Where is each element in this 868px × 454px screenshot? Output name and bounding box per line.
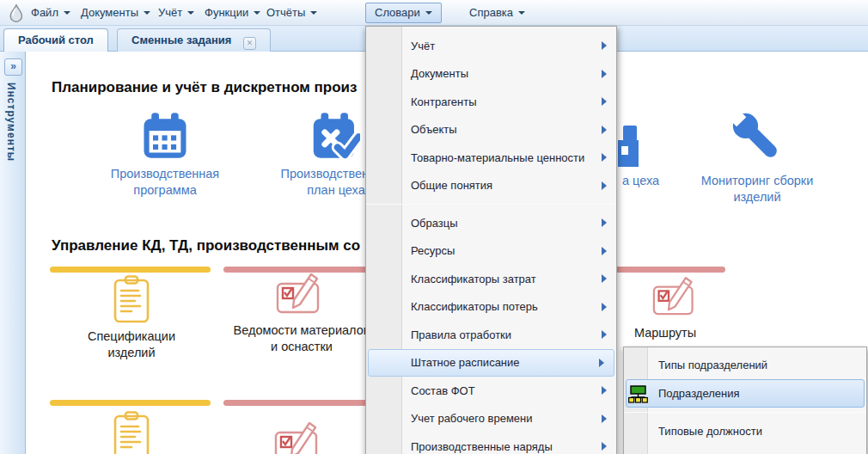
menu-item[interactable]: Ресурсы [366, 237, 616, 266]
tools-sidebar: » Инструменты [0, 52, 26, 454]
menu-item[interactable]: Учёт [366, 32, 616, 60]
submenu-arrow-icon [602, 247, 607, 255]
yellow-divider-bar [50, 267, 211, 273]
menu-item[interactable]: Подразделения [626, 379, 865, 408]
menu-item[interactable]: Классификаторы затрат [366, 265, 616, 293]
menu-item[interactable]: Правила отработки [366, 321, 616, 349]
shortcut-assembly-monitoring[interactable]: Мониторинг сборки изделий [680, 106, 834, 206]
submenu-arrow-icon [602, 153, 607, 162]
pink-divider-bar [223, 400, 388, 406]
close-icon[interactable]: ✕ [243, 37, 256, 50]
tab-label: Сменные задания [131, 34, 231, 46]
clipboard-icon[interactable] [113, 411, 151, 454]
chevron-down-icon [310, 11, 317, 15]
menu-item-label: Учет рабочего времени [411, 412, 533, 425]
section-title-management: Управление КД, ТД, производственным со [52, 237, 360, 255]
menu-separator [366, 204, 616, 205]
partial-icon[interactable] [618, 126, 639, 167]
menu-help[interactable]: Справка [462, 3, 532, 23]
menu-item[interactable]: Производственные наряды [366, 433, 616, 454]
menu-item[interactable]: Типовые должности [624, 417, 866, 445]
section-title-planning: Планирование и учёт в дискретном произ [52, 79, 358, 96]
submenu-arrow-icon [602, 442, 607, 451]
menu-item[interactable]: Документы [366, 60, 616, 89]
submenu-arrow-icon [602, 70, 607, 78]
collapse-sidebar-button[interactable]: » [4, 58, 22, 76]
shortcut-product-specifications[interactable]: Спецификации изделий [63, 275, 200, 361]
shortcut-label: Мониторинг сборки изделий [680, 173, 834, 206]
org-chart-icon [628, 385, 648, 403]
chevron-down-icon [144, 11, 150, 15]
menu-item-label: Производственные наряды [411, 440, 553, 453]
menu-item[interactable]: Должности [624, 445, 866, 454]
wrench-icon [726, 106, 788, 169]
shortcut-label: Ведомости материалов и оснастки [232, 322, 371, 355]
menu-reports[interactable]: Отчёты [260, 3, 324, 23]
submenu-arrow-icon [602, 97, 607, 106]
menu-item-label: Контрагенты [411, 95, 477, 108]
menu-item-label: Подразделения [658, 387, 740, 400]
menu-documents[interactable]: Документы [74, 3, 157, 23]
menu-file[interactable]: Файл [24, 3, 77, 23]
menu-item-label: Типовые должности [658, 425, 762, 438]
menu-item-label: Образцы [411, 217, 458, 230]
menu-item[interactable]: Образцы [366, 209, 616, 237]
chevron-down-icon [64, 11, 70, 15]
yellow-divider-bar [50, 400, 211, 406]
submenu-arrow-icon [602, 274, 607, 283]
menu-item-label: Состав ФОТ [411, 384, 475, 397]
menu-item[interactable]: Учет рабочего времени [366, 405, 616, 433]
submenu-arrow-icon [599, 359, 604, 367]
submenu-arrow-icon [602, 303, 607, 311]
menu-item-label: Общие понятия [411, 179, 492, 192]
chevron-down-icon [425, 11, 432, 15]
shortcut-label: Спецификации изделий [63, 328, 200, 361]
shortcut-production-program[interactable]: Производственная программа [96, 113, 234, 199]
menu-item[interactable]: Штатное расписание [368, 349, 614, 377]
menu-item[interactable]: Контрагенты [366, 88, 616, 116]
main-menubar: Файл Документы Учёт Функции Отчёты Слова… [0, 0, 868, 26]
chevron-down-icon [518, 11, 525, 15]
card-pen-icon [652, 274, 701, 322]
menu-item-label: Правила отработки [411, 328, 511, 341]
menu-item-label: Документы [411, 67, 468, 80]
app-window: Планирование и учёт в дискретном произ П… [0, 0, 868, 454]
menu-item[interactable]: Типы подразделений [624, 351, 866, 379]
menu-item[interactable]: Объекты [366, 116, 616, 144]
shortcut-routes[interactable]: Маршруты [616, 274, 737, 341]
menu-item-label: Классификаторы затрат [411, 273, 536, 285]
menu-item[interactable]: Общие понятия [366, 172, 616, 200]
menu-accounting[interactable]: Учёт [151, 3, 201, 23]
clipboard-icon [113, 275, 151, 325]
submenu-arrow-icon [602, 414, 607, 423]
menu-dictionaries[interactable]: Словари [365, 3, 442, 23]
menu-item-label: Учёт [411, 40, 435, 52]
menu-functions[interactable]: Функции [198, 3, 267, 23]
dictionaries-dropdown-menu: УчётДокументыКонтрагентыОбъектыТоварно-м… [365, 26, 617, 454]
submenu-arrow-icon [602, 218, 607, 227]
shortcut-material-lists[interactable]: Ведомости материалов и оснастки [232, 272, 371, 355]
menu-item-label: Товарно-материальные ценности [411, 151, 584, 164]
tab-shift-tasks[interactable]: Сменные задания ✕ [117, 28, 271, 52]
menu-item-label: Типы подразделений [658, 359, 767, 371]
card-pen-icon [276, 272, 327, 319]
card-pen-icon[interactable] [274, 420, 326, 454]
menu-item-label: Штатное расписание [411, 356, 520, 369]
menu-item[interactable]: Товарно-материальные ценности [366, 144, 616, 172]
submenu-arrow-icon [602, 181, 607, 190]
calendar-icon [141, 113, 189, 163]
calendar-check-icon [312, 113, 360, 163]
partial-shortcut-label[interactable]: а цеха [622, 173, 659, 189]
shortcut-label: Производственная программа [96, 166, 234, 199]
sidebar-title: Инструменты [5, 83, 17, 162]
menu-item[interactable]: Состав ФОТ [366, 377, 616, 405]
tab-desktop[interactable]: Рабочий стол [3, 28, 108, 52]
app-logo-icon [7, 3, 26, 22]
submenu-arrow-icon [602, 126, 607, 134]
staffing-submenu: Типы подразделенийПодразделенияТиповые д… [623, 347, 867, 454]
menu-item[interactable]: Классификаторы потерь [366, 293, 616, 322]
menu-item-label: Объекты [411, 123, 457, 136]
tab-label: Рабочий стол [18, 34, 94, 46]
submenu-arrow-icon [602, 330, 607, 339]
menu-separator [624, 412, 866, 413]
